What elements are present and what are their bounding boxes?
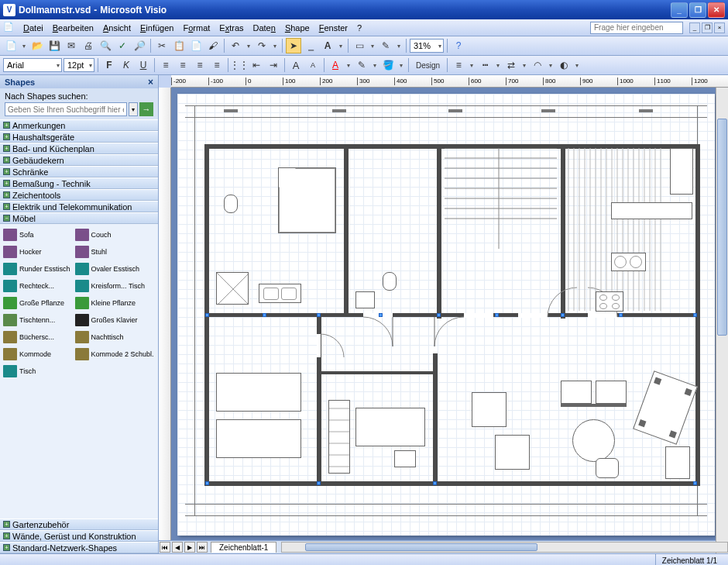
email-button[interactable]: ✉	[64, 38, 79, 53]
align-justify-button[interactable]: ≡	[209, 57, 225, 73]
shapes-search-go-button[interactable]: →	[139, 102, 153, 116]
corner-rounding-button[interactable]: ◠	[530, 57, 545, 73]
tab-last-button[interactable]: ⏭	[197, 542, 208, 553]
window-maximize-button[interactable]: ❐	[689, 2, 706, 18]
chair-shape[interactable]	[561, 381, 592, 404]
spellcheck-button[interactable]: ✓	[115, 38, 130, 53]
shower-shape[interactable]	[278, 167, 336, 233]
new-button[interactable]: 📄	[3, 38, 19, 53]
menu-ansicht[interactable]: Ansicht	[98, 22, 136, 34]
research-button[interactable]: 🔎	[132, 38, 147, 53]
cooktop-shape[interactable]	[596, 291, 623, 312]
rectangle-tool-button[interactable]: ▭	[352, 38, 367, 53]
fill-color-button[interactable]: 🪣	[380, 57, 396, 73]
chair-shape-2[interactable]	[596, 381, 627, 404]
stencil-header[interactable]: +Standard-Netzwerk-Shapes	[0, 542, 158, 553]
page-tab[interactable]: Zeichenblatt-1	[211, 542, 276, 553]
font-size-down-button[interactable]: A	[305, 57, 321, 73]
shape-stencil-item[interactable]: Hocker	[2, 244, 72, 260]
menu-help[interactable]: ?	[352, 22, 366, 34]
vertical-scrollbar[interactable]	[716, 88, 728, 553]
shape-stencil-item[interactable]: Tisch	[2, 363, 72, 379]
italic-button[interactable]: K	[118, 57, 134, 73]
stairs-shape[interactable]	[445, 148, 557, 249]
bed-shape-2[interactable]	[216, 419, 301, 458]
shape-stencil-item[interactable]: Spinettkl...	[157, 312, 158, 328]
font-size-up-button[interactable]: A	[288, 57, 304, 73]
shape-stencil-item[interactable]: Tischtenn...	[2, 312, 72, 328]
shape-stencil-item[interactable]: Kommode	[2, 346, 72, 362]
shape-stencil-item[interactable]: Couch	[74, 227, 156, 243]
washer-shape[interactable]	[216, 272, 249, 305]
shape-stencil-item[interactable]: Kleine Pflanze	[74, 295, 156, 311]
shapes-search-dropdown[interactable]: ▾	[129, 102, 138, 116]
stencil-header[interactable]: +Zeichentools	[0, 189, 158, 201]
print-preview-button[interactable]: 🔍	[98, 38, 113, 53]
line-pattern-button[interactable]: ┅	[477, 57, 493, 73]
stencil-header[interactable]: +Schränke	[0, 166, 158, 177]
shape-stencil-item[interactable]: Große Pflanze	[2, 295, 72, 311]
tab-prev-button[interactable]: ◀	[172, 542, 183, 553]
shape-stencil-item[interactable]: Ruhesessel	[157, 244, 158, 260]
align-left-button[interactable]: ≡	[158, 57, 173, 73]
shape-stencil-item[interactable]: Rechteck... Tisch	[157, 278, 158, 294]
table-edge[interactable]	[561, 404, 627, 407]
toilet-shape[interactable]	[224, 195, 238, 213]
underline-button[interactable]: U	[136, 57, 151, 73]
stencil-header[interactable]: +Anmerkungen	[0, 119, 158, 131]
stencil-header[interactable]: −Möbel	[0, 212, 158, 224]
shape-stencil-item[interactable]: Stuhl	[74, 244, 156, 260]
menu-einfuegen[interactable]: Einfügen	[136, 22, 178, 34]
text-tool-button[interactable]: A	[320, 38, 335, 53]
shape-stencil-item[interactable]: Quadrati... Tisch	[157, 261, 158, 277]
font-size-combo[interactable]: 12pt	[64, 58, 94, 72]
shape-stencil-item[interactable]: Wohnzim...	[157, 227, 158, 243]
stencil-header[interactable]: +Haushaltsgeräte	[0, 131, 158, 143]
align-center-button[interactable]: ≡	[175, 57, 191, 73]
ottoman-shape[interactable]	[596, 458, 619, 478]
shape-stencil-item[interactable]: Runder Esstisch	[2, 261, 72, 277]
bed-shape[interactable]	[216, 373, 301, 412]
undo-button[interactable]: ↶	[228, 38, 243, 53]
drawing-canvas[interactable]	[171, 88, 728, 540]
stencil-header[interactable]: +Elektrik und Telekommunikation	[0, 201, 158, 212]
open-button[interactable]: 📂	[29, 38, 45, 53]
zoom-combo[interactable]: 31%	[410, 39, 444, 53]
cut-button[interactable]: ✂	[154, 38, 170, 53]
doc-minimize-button[interactable]: _	[689, 22, 700, 33]
computer-shape[interactable]	[394, 450, 416, 467]
toilet-shape-2[interactable]	[383, 272, 397, 291]
shapes-search-input[interactable]	[5, 102, 127, 116]
shape-stencil-item[interactable]: Kommode 3 Schubl.	[157, 346, 158, 362]
cabinet-shape[interactable]	[665, 446, 690, 479]
horizontal-scrollbar[interactable]	[281, 542, 728, 553]
bookshelf-shape[interactable]	[328, 400, 350, 474]
increase-indent-button[interactable]: ⇥	[266, 57, 281, 73]
shape-stencil-item[interactable]: Sofa	[2, 227, 72, 243]
sink-counter-shape[interactable]	[259, 284, 301, 303]
copy-button[interactable]: 📋	[171, 38, 187, 53]
kitchen-sink-shape[interactable]	[611, 253, 646, 271]
shape-stencil-item[interactable]: Großes Klavier	[74, 312, 156, 328]
sofa-shape[interactable]	[633, 370, 698, 445]
pointer-tool-button[interactable]: ➤	[286, 38, 301, 53]
align-right-button[interactable]: ≡	[192, 57, 208, 73]
shape-stencil-item[interactable]: Zimmerpfl...	[157, 295, 158, 311]
save-button[interactable]: 💾	[46, 38, 62, 53]
doc-close-button[interactable]: ×	[714, 22, 725, 33]
design-button[interactable]: Design	[412, 57, 444, 73]
stencil-header[interactable]: +Gartenzubehör	[0, 518, 158, 530]
menu-extras[interactable]: Extras	[215, 22, 248, 34]
bullets-button[interactable]: ⋮⋮	[232, 57, 247, 73]
shape-stencil-item[interactable]: Ovaler Esstisch	[74, 261, 156, 277]
window-minimize-button[interactable]: _	[671, 2, 688, 18]
stencil-header[interactable]: +Bemaßung - Technik	[0, 177, 158, 189]
line-weight-button[interactable]: ≡	[451, 57, 466, 73]
redo-button[interactable]: ↷	[254, 38, 270, 53]
bold-button[interactable]: F	[101, 57, 117, 73]
shape-stencil-item[interactable]: Büchersc...	[2, 329, 72, 345]
tab-next-button[interactable]: ▶	[184, 542, 195, 553]
connector-tool-button[interactable]: ⎯	[303, 38, 318, 53]
fridge-shape[interactable]	[670, 148, 693, 195]
format-painter-button[interactable]: 🖌	[205, 38, 221, 53]
